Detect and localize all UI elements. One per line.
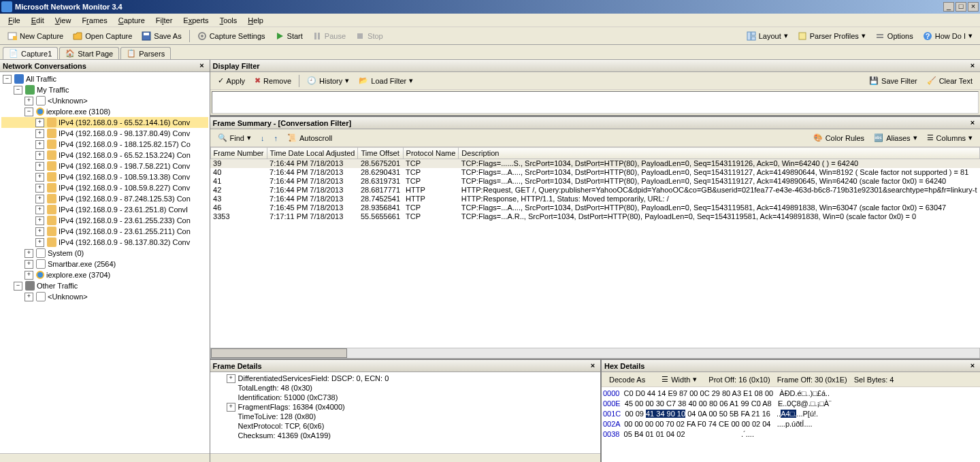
close-button[interactable]: ×: [968, 2, 979, 12]
tree-conversation-item[interactable]: +IPv4 (192.168.0.9 - 65.52.144.16) Conv: [1, 117, 208, 128]
tree-toggle[interactable]: −: [14, 282, 22, 291]
detail-line[interactable]: TotalLength: 48 (0x30): [212, 383, 599, 393]
hex-row[interactable]: 0038 05 B4 01 01 04 02 .´....: [603, 429, 979, 440]
frame-details-body[interactable]: +DifferentiatedServicesField: DSCP: 0, E…: [210, 372, 600, 453]
tree-iexplore-3704[interactable]: +iexplore.exe (3704): [1, 269, 208, 280]
frame-summary-hscroll[interactable]: [210, 348, 980, 359]
column-header[interactable]: Protocol Name: [403, 148, 459, 159]
tree-my-traffic[interactable]: −My Traffic: [1, 84, 208, 95]
panel-close-button[interactable]: ×: [968, 118, 977, 128]
tree-toggle[interactable]: +: [35, 205, 44, 214]
minimize-button[interactable]: _: [943, 2, 954, 12]
options-button[interactable]: Options: [870, 29, 918, 43]
detail-line[interactable]: NextProtocol: TCP, 6(0x6): [212, 421, 599, 431]
tree-toggle[interactable]: −: [24, 108, 33, 116]
tree-system[interactable]: +System (0): [1, 248, 208, 259]
tree-other-traffic[interactable]: −Other Traffic: [1, 280, 208, 291]
tree-conversation-item[interactable]: +IPv4 (192.168.0.9 - 98.137.80.32) Conv: [1, 237, 208, 248]
tree-toggle[interactable]: +: [35, 129, 44, 138]
tree-conversation-item[interactable]: +IPv4 (192.168.0.9 - 108.59.13.38) Conv: [1, 171, 208, 182]
menu-frames[interactable]: Frames: [76, 15, 112, 26]
table-row[interactable]: 427:16:44 PM 7/18/201328.6817771HTTPHTTP…: [210, 186, 979, 195]
panel-close-button[interactable]: ×: [968, 361, 977, 371]
find-button[interactable]: 🔍 Find ▾: [213, 131, 256, 144]
detail-line[interactable]: TimeToLive: 128 (0x80): [212, 412, 599, 421]
frame-summary-table[interactable]: Frame NumberTime Date Local AdjustedTime…: [210, 147, 980, 221]
column-header[interactable]: Description: [459, 148, 980, 159]
tab-parsers[interactable]: 📋Parsers: [120, 47, 171, 59]
tree-conversation-item[interactable]: +IPv4 (192.168.0.9 - 188.125.82.157) Co: [1, 139, 208, 150]
save-filter-button[interactable]: 💾 Save Filter: [864, 74, 922, 87]
autoscroll-button[interactable]: 📜 Autoscroll: [282, 131, 337, 144]
tree-toggle[interactable]: +: [35, 216, 44, 225]
table-row[interactable]: 397:16:44 PM 7/18/201328.5675201TCPTCP:F…: [210, 159, 979, 169]
menu-edit[interactable]: Edit: [26, 15, 50, 26]
tree-toggle[interactable]: −: [3, 75, 12, 84]
parser-profiles-button[interactable]: Parser Profiles ▾: [793, 29, 870, 43]
arrow-up-button[interactable]: ↑: [269, 132, 282, 144]
tree-conversation-item[interactable]: +IPv4 (192.168.0.9 - 23.61.255.233) Con: [1, 215, 208, 226]
tree-toggle[interactable]: +: [35, 140, 44, 149]
decode-as-button[interactable]: Decode As: [604, 374, 650, 386]
tree-toggle[interactable]: +: [24, 249, 33, 258]
start-button[interactable]: Start: [270, 29, 308, 43]
tree-toggle[interactable]: +: [227, 403, 235, 412]
table-row[interactable]: 33537:17:11 PM 7/18/201355.5655661TCPTCP…: [210, 212, 979, 221]
tab-capture1[interactable]: 📄Capture1: [3, 47, 58, 59]
columns-button[interactable]: ☰ Columns ▾: [922, 131, 977, 144]
frame-details-hscroll[interactable]: [210, 453, 600, 462]
tree-conversation-item[interactable]: +IPv4 (192.168.0.9 - 87.248.125.53) Con: [1, 193, 208, 204]
hex-row[interactable]: 002A 00 00 00 00 70 02 FA F0 74 CE 00 00…: [603, 419, 979, 429]
panel-close-button[interactable]: ×: [968, 61, 977, 71]
detail-line[interactable]: +DifferentiatedServicesField: DSCP: 0, E…: [212, 374, 599, 383]
tree-conversation-item[interactable]: +IPv4 (192.168.0.9 - 98.137.80.49) Conv: [1, 128, 208, 139]
apply-filter-button[interactable]: ✓ Apply: [213, 74, 250, 87]
tree-conversation-item[interactable]: +IPv4 (192.168.0.9 - 23.61.251.8) ConvI: [1, 204, 208, 215]
tree-toggle[interactable]: +: [35, 227, 44, 236]
tree-unknown2[interactable]: +<Unknown>: [1, 291, 208, 302]
panel-close-button[interactable]: ×: [197, 61, 207, 71]
menu-capture[interactable]: Capture: [113, 15, 150, 26]
tree-toggle[interactable]: +: [35, 162, 44, 171]
tree-toggle[interactable]: +: [24, 271, 33, 280]
open-capture-button[interactable]: Open Capture: [68, 29, 137, 43]
clear-text-button[interactable]: 🧹 Clear Text: [922, 74, 977, 87]
tree-conversation-item[interactable]: +IPv4 (192.168.0.9 - 23.61.255.211) Con: [1, 226, 208, 237]
table-row[interactable]: 417:16:44 PM 7/18/201328.6319731TCPTCP:F…: [210, 177, 979, 186]
tree-toggle[interactable]: −: [14, 86, 22, 95]
remove-filter-button[interactable]: ✖ Remove: [250, 74, 296, 87]
new-capture-button[interactable]: New Capture: [3, 29, 68, 43]
maximize-button[interactable]: □: [956, 2, 966, 12]
load-filter-button[interactable]: 📂 Load Filter ▾: [354, 74, 418, 87]
arrow-down-button[interactable]: ↓: [256, 132, 270, 144]
table-row[interactable]: 437:16:44 PM 7/18/201328.7452541HTTPHTTP…: [210, 195, 979, 203]
column-header[interactable]: Frame Number: [210, 148, 267, 159]
menu-help[interactable]: Help: [242, 15, 269, 26]
tree-toggle[interactable]: +: [35, 151, 44, 160]
layout-button[interactable]: Layout ▾: [742, 29, 793, 43]
hex-body[interactable]: 0000 C0 D0 44 14 E9 87 00 0C 29 80 A3 E1…: [602, 387, 980, 462]
tree-toggle[interactable]: +: [35, 195, 44, 203]
tree-toggle[interactable]: +: [35, 238, 44, 247]
tree-conversation-item[interactable]: +IPv4 (192.168.0.9 - 198.7.58.221) Conv: [1, 161, 208, 171]
history-button[interactable]: 🕘 History ▾: [302, 74, 354, 87]
tree-all-traffic[interactable]: −All Traffic: [1, 73, 208, 84]
detail-line[interactable]: +FragmentFlags: 16384 (0x4000): [212, 402, 599, 412]
save-as-button[interactable]: Save As: [137, 29, 186, 43]
how-do-i-button[interactable]: ?How Do I ▾: [918, 29, 977, 43]
tree-toggle[interactable]: +: [35, 118, 44, 127]
column-header[interactable]: Time Date Local Adjusted: [267, 148, 358, 159]
tree-toggle[interactable]: +: [24, 97, 33, 105]
width-button[interactable]: ☰ Width ▾: [657, 373, 702, 386]
left-panel-hscroll[interactable]: [0, 453, 210, 462]
aliases-button[interactable]: 🔤 Aliases ▾: [869, 131, 921, 144]
menu-tools[interactable]: Tools: [214, 15, 243, 26]
menu-file[interactable]: File: [3, 15, 26, 26]
tree-iexplore-3108[interactable]: −iexplore.exe (3108): [1, 106, 208, 117]
menu-filter[interactable]: Filter: [150, 15, 178, 26]
tree-smartbar[interactable]: +Smartbar.exe (2564): [1, 259, 208, 269]
tree-unknown[interactable]: +<Unknown>: [1, 95, 208, 106]
capture-settings-button[interactable]: Capture Settings: [193, 29, 270, 43]
tree-toggle[interactable]: +: [24, 260, 33, 269]
tree-conversation-item[interactable]: +IPv4 (192.168.0.9 - 65.52.153.224) Con: [1, 150, 208, 161]
